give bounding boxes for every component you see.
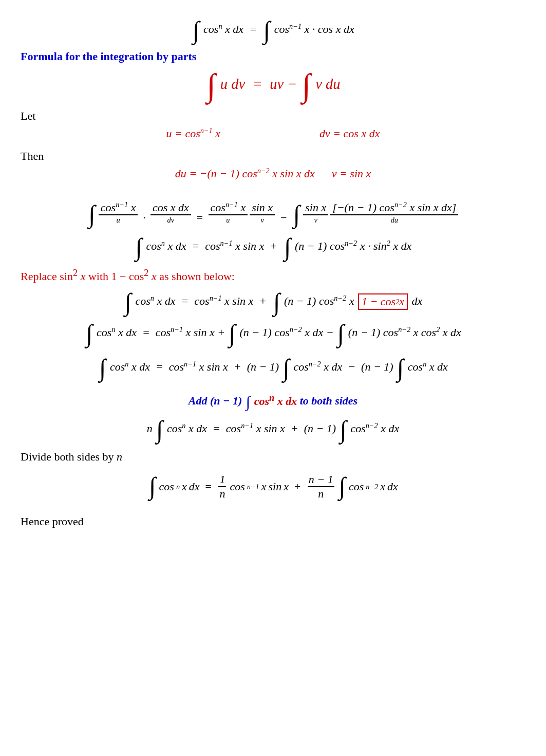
eq1: ∫ cosn x dx = ∫ cosn−1 x · cos x dx: [192, 21, 354, 41]
ibp-applied: ∫ cosn−1 x u · cos x dx dv = cosn−1 x u …: [88, 201, 459, 225]
eq-factor: ∫ cosn x dx = cosn−1 x sin x + (n − 1) ∫…: [98, 358, 448, 378]
then-label: Then: [21, 150, 525, 163]
formula-header: Formula for the integration by parts: [21, 50, 525, 63]
add-label: Add (n − 1) ∫ cosn x dx to both sides: [189, 392, 357, 409]
u-def: u = cosn−1 x: [166, 127, 220, 140]
eq-expand2: ∫ cosn x dx = cosn−1 x sin x + ∫ (n − 1)…: [85, 324, 461, 344]
dv-def: dv = cos x dx: [319, 127, 380, 140]
ibp-formula: ∫ u dv = uv − ∫ v du: [205, 72, 340, 98]
eq-add: n ∫ cosn x dx = cosn−1 x sin x + (n − 1)…: [147, 420, 400, 440]
eq-expand: ∫ cosn x dx = cosn−1 x sin x + ∫ (n − 1)…: [135, 237, 412, 257]
divide-label: Divide both sides by n: [21, 450, 525, 464]
replace-label: Replace sin2 x with 1 − cos2 x as shown …: [21, 268, 525, 283]
du-def: du = −(n − 1) cosn−2 x sin x dx: [175, 167, 315, 180]
eq-replace: ∫ cosn x dx = cosn−1 x sin x + ∫ (n − 1)…: [124, 292, 423, 312]
let-label: Let: [21, 109, 525, 123]
hence-label: Hence proved: [21, 515, 525, 528]
final-formula: ∫ cosn x dx = 1 n cosn−1 x sin x + n − 1…: [148, 473, 398, 501]
v-def: v = sin x: [332, 167, 371, 180]
